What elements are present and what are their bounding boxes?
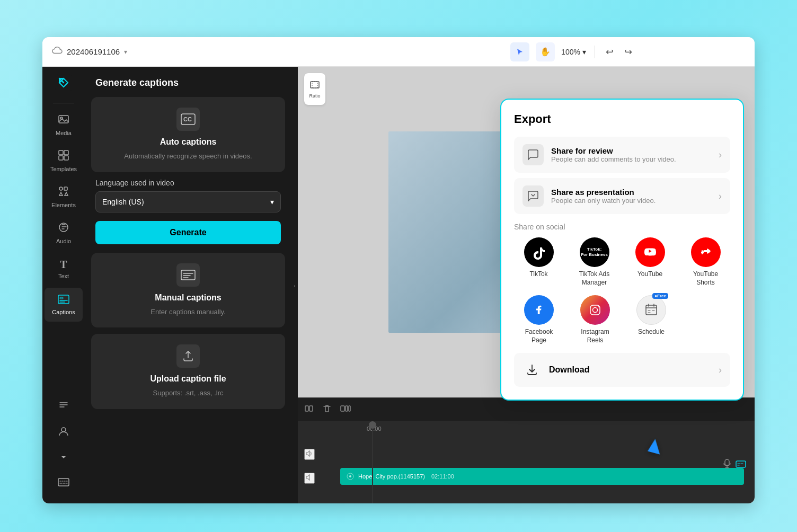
split-button[interactable] <box>304 404 314 415</box>
share-for-review-option[interactable]: Share for review People can add comments… <box>514 137 730 173</box>
ratio-icon <box>309 79 320 92</box>
svg-rect-8 <box>64 187 67 190</box>
social-grid-row2: FacebookPage InstagramRee <box>514 295 676 344</box>
svg-rect-16 <box>181 270 195 280</box>
zoom-control[interactable]: 100% ▾ <box>561 48 586 56</box>
download-icon <box>523 360 542 379</box>
social-item-instagram[interactable]: InstagramReels <box>570 295 620 344</box>
social-item-schedule[interactable]: ●Free Schedule <box>626 295 676 344</box>
audio-track-label: Hope. City pop.(1145157) <box>358 473 425 480</box>
svg-point-29 <box>593 308 598 313</box>
share-review-icon <box>523 144 544 165</box>
select-tool-button[interactable] <box>510 42 529 61</box>
tiktok-ads-icon: TikTok: For Business <box>580 237 609 267</box>
split-segments-button[interactable] <box>340 404 351 415</box>
share-presentation-arrow-icon: › <box>719 191 722 202</box>
language-label: Language used in video <box>95 179 281 187</box>
social-item-tiktok[interactable]: TikTok <box>514 237 563 287</box>
svg-text:CC: CC <box>183 116 192 122</box>
sidebar-item-media[interactable]: Media <box>45 108 83 141</box>
sidebar-item-text[interactable]: T Text <box>45 252 83 286</box>
tiktok-ads-label: TikTok AdsManager <box>579 270 610 287</box>
redo-button[interactable]: ↪ <box>622 44 634 60</box>
sidebar-keyboard-btn[interactable] <box>45 472 83 493</box>
free-badge: ●Free <box>652 293 668 299</box>
export-title: Export <box>514 112 730 126</box>
header-bar: 202406191106 ▾ ✋ 100% ▾ ↩ ↪ <box>42 37 755 67</box>
tiktok-label: TikTok <box>529 270 547 279</box>
tiktok-icon <box>524 237 554 267</box>
youtube-label: YouTube <box>637 270 662 279</box>
svg-rect-19 <box>305 406 308 411</box>
sidebar-avatar-btn[interactable] <box>45 421 83 442</box>
youtube-shorts-icon <box>691 237 721 267</box>
timeline-toolbar <box>298 398 755 421</box>
sidebar-item-elements[interactable]: Elements <box>45 180 83 214</box>
download-arrow-icon: › <box>719 365 722 376</box>
hand-tool-button[interactable]: ✋ <box>536 42 555 61</box>
center-area: Ratio <box>298 67 755 503</box>
volume-button-2[interactable] <box>304 473 315 484</box>
volume-button-1[interactable] <box>304 449 315 460</box>
svg-rect-18 <box>312 82 317 88</box>
svg-rect-20 <box>309 406 313 411</box>
sidebar-expand-btn[interactable] <box>45 446 83 467</box>
media-icon <box>58 113 69 128</box>
resize-handle[interactable]: ··· <box>291 67 298 503</box>
language-value: English (US) <box>102 198 144 206</box>
timeline-area: 00:00 Hope. City pop.(1145157) 02:11:00 <box>298 397 755 503</box>
social-item-facebook[interactable]: FacebookPage <box>514 295 564 344</box>
svg-point-30 <box>598 306 599 307</box>
left-panel: Generate captions CC Auto captions Autom… <box>85 67 291 503</box>
delete-button[interactable] <box>322 404 332 415</box>
social-item-tiktok-ads[interactable]: TikTok: For Business TikTok AdsManager <box>570 237 619 287</box>
upload-caption-icon <box>176 344 200 368</box>
sidebar-item-audio[interactable]: Audio <box>45 216 83 250</box>
sidebar-item-templates[interactable]: Templates <box>45 144 83 178</box>
share-presentation-desc: People can only watch your video. <box>551 197 711 205</box>
audio-track[interactable]: Hope. City pop.(1145157) 02:11:00 <box>340 468 744 485</box>
undo-button[interactable]: ↩ <box>604 44 616 60</box>
header-center: ✋ 100% ▾ ↩ ↪ <box>398 42 746 61</box>
youtube-icon <box>635 237 665 267</box>
ratio-tool[interactable]: Ratio <box>304 73 325 105</box>
svg-rect-13 <box>58 478 69 486</box>
svg-point-7 <box>59 187 63 190</box>
canvas-tools-container: Ratio <box>304 73 325 105</box>
share-as-presentation-option[interactable]: Share as presentation People can only wa… <box>514 178 730 214</box>
sidebar-transcript-btn[interactable] <box>45 395 83 416</box>
sidebar-item-captions[interactable]: Captions <box>45 288 83 322</box>
templates-icon <box>58 149 69 164</box>
language-select[interactable]: English (US) ▾ <box>95 191 281 212</box>
timeline-cursor[interactable] <box>372 421 373 503</box>
captions-overlay-button[interactable] <box>736 460 746 471</box>
header-divider <box>595 46 595 58</box>
share-review-title: Share for review <box>551 146 711 155</box>
generate-button[interactable]: Generate <box>95 221 281 244</box>
share-review-arrow-icon: › <box>719 149 722 161</box>
mic-button[interactable] <box>723 459 731 472</box>
manual-captions-title: Manual captions <box>155 293 221 303</box>
svg-rect-11 <box>60 297 63 299</box>
svg-rect-17 <box>311 82 319 88</box>
text-icon: T <box>60 259 67 271</box>
svg-rect-31 <box>646 305 657 315</box>
share-presentation-text: Share as presentation People can only wa… <box>551 188 711 205</box>
project-name: 202406191106 <box>67 47 120 56</box>
share-presentation-icon <box>523 185 544 207</box>
share-presentation-title: Share as presentation <box>551 188 711 197</box>
language-section: Language used in video English (US) ▾ <box>85 179 291 219</box>
social-item-youtube[interactable]: YouTube <box>625 237 675 287</box>
social-item-youtube-shorts[interactable]: YouTubeShorts <box>681 237 730 287</box>
sidebar-media-label: Media <box>56 130 72 136</box>
manual-captions-card: Manual captions Enter captions manually. <box>91 253 285 328</box>
svg-rect-22 <box>346 406 348 411</box>
language-chevron-icon: ▾ <box>270 198 274 206</box>
zoom-level: 100% <box>561 48 580 56</box>
upload-caption-card: Upload caption file Supports: .srt, .ass… <box>91 334 285 409</box>
chevron-down-icon[interactable]: ▾ <box>124 48 127 56</box>
timeline-tracks: 00:00 Hope. City pop.(1145157) 02:11:00 <box>298 421 755 495</box>
manual-captions-desc: Enter captions manually. <box>150 307 225 317</box>
share-review-desc: People can add comments to your video. <box>551 155 711 163</box>
download-option[interactable]: Download › <box>514 353 730 387</box>
